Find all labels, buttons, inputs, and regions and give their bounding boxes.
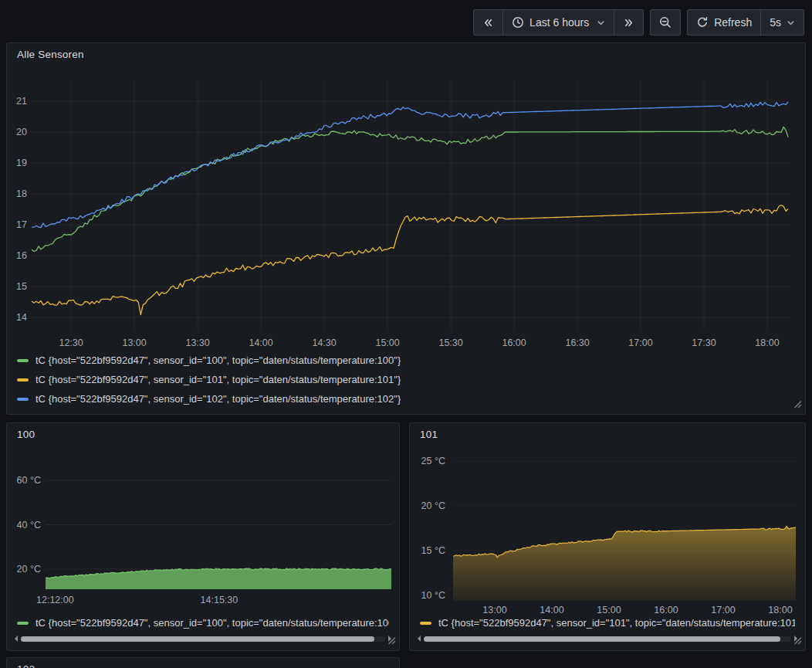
legend-label: tC {host="522bf9592d47", sensor_id="101"… (438, 617, 795, 629)
scrollbar-track[interactable] (21, 636, 385, 642)
chart-legend: tC {host="522bf9592d47", sensor_id="101"… (420, 617, 795, 629)
scrollbar-thumb[interactable] (21, 636, 374, 642)
legend-label: tC {host="522bf9592d47", sensor_id="101"… (36, 374, 401, 385)
svg-text:16:00: 16:00 (654, 605, 678, 615)
svg-text:10 °C: 10 °C (421, 590, 445, 601)
legend-swatch (17, 378, 29, 381)
svg-text:14:00: 14:00 (540, 605, 563, 615)
legend-label: tC {host="522bf9592d47", sensor_id="100"… (36, 617, 389, 629)
panel-title[interactable]: 101 (420, 429, 438, 440)
svg-text:21: 21 (16, 96, 27, 107)
double-chevron-left-icon (482, 17, 494, 29)
panel-sensor-101: 101 10 °C15 °C20 °C25 °C13:0014:0015:001… (409, 422, 806, 651)
panel-title[interactable]: Alle Sensoren (17, 49, 84, 60)
refresh-interval-value: 5s (770, 16, 781, 29)
svg-text:12:30: 12:30 (59, 337, 83, 348)
legend-swatch (420, 622, 431, 625)
svg-text:40 °C: 40 °C (17, 520, 41, 531)
scrollbar-track[interactable] (424, 636, 791, 642)
refresh-interval-dropdown[interactable]: 5s (760, 10, 804, 35)
legend-item-sensor-102[interactable]: tC {host="522bf9592d47", sensor_id="102"… (17, 393, 401, 405)
legend-item-sensor-101[interactable]: tC {host="522bf9592d47", sensor_id="101"… (17, 374, 401, 385)
svg-text:14:00: 14:00 (249, 337, 272, 348)
magnifier-minus-icon (659, 16, 672, 29)
panel-sensor-102: 102 (6, 657, 400, 668)
svg-text:15: 15 (16, 281, 27, 292)
clock-icon (512, 16, 524, 29)
time-range-label: Last 6 hours (529, 16, 589, 29)
svg-text:13:30: 13:30 (185, 337, 209, 348)
legend-swatch (17, 359, 29, 362)
panel-title[interactable]: 102 (17, 663, 35, 668)
svg-text:20: 20 (16, 127, 27, 137)
zoom-out-button[interactable] (651, 10, 680, 35)
svg-text:14:15:30: 14:15:30 (201, 595, 239, 605)
svg-text:17:30: 17:30 (692, 337, 716, 348)
sensor-101-chart[interactable]: 10 °C15 °C20 °C25 °C13:0014:0015:0016:00… (410, 423, 807, 618)
svg-text:12:12:00: 12:12:00 (36, 595, 74, 605)
panel-resize-handle[interactable] (387, 634, 396, 648)
refresh-label: Refresh (714, 16, 752, 29)
sensor-100-chart[interactable]: 20 °C40 °C60 °C12:12:0014:15:30 (7, 423, 401, 612)
svg-text:18:00: 18:00 (768, 605, 792, 615)
legend-item-sensor-100[interactable]: tC {host="522bf9592d47", sensor_id="100"… (17, 354, 401, 366)
legend-item-sensor-100[interactable]: tC {host="522bf9592d47", sensor_id="100"… (17, 617, 389, 629)
legend-item-sensor-101[interactable]: tC {host="522bf9592d47", sensor_id="101"… (420, 617, 795, 629)
svg-text:18: 18 (16, 188, 27, 199)
panel-alle-sensoren: Alle Sensoren 141516171819202112:3013:00… (6, 42, 806, 415)
svg-text:60 °C: 60 °C (17, 475, 41, 486)
zoom-out-group (650, 9, 681, 36)
double-chevron-right-icon (623, 17, 634, 29)
panel-resize-handle[interactable] (793, 398, 802, 412)
svg-text:16:30: 16:30 (565, 337, 589, 348)
horizontal-scrollbar (15, 635, 391, 643)
legend-swatch (17, 398, 29, 401)
panel-resize-handle[interactable] (793, 634, 802, 648)
legend-label: tC {host="522bf9592d47", sensor_id="102"… (36, 393, 401, 405)
svg-text:17:00: 17:00 (628, 337, 652, 348)
refresh-icon (696, 16, 709, 29)
refresh-button[interactable]: Refresh (688, 10, 760, 35)
svg-text:16:00: 16:00 (502, 337, 526, 348)
scroll-left-arrow[interactable] (15, 636, 18, 642)
svg-text:14:30: 14:30 (312, 337, 336, 348)
time-range-group: Last 6 hours (473, 9, 644, 36)
svg-text:15 °C: 15 °C (421, 545, 445, 556)
chevron-down-icon (597, 19, 605, 27)
svg-text:17: 17 (16, 219, 27, 230)
chevron-down-icon (787, 19, 795, 27)
svg-text:19: 19 (16, 158, 27, 168)
chart-legend: tC {host="522bf9592d47", sensor_id="100"… (17, 617, 389, 629)
svg-text:15:30: 15:30 (438, 337, 462, 348)
time-controls-toolbar: Last 6 hours Refresh 5s (473, 9, 804, 36)
svg-text:18:00: 18:00 (755, 337, 779, 348)
time-shift-back-button[interactable] (474, 10, 502, 35)
svg-text:17:00: 17:00 (711, 605, 735, 615)
legend-swatch (17, 622, 29, 625)
time-shift-forward-button[interactable] (614, 10, 643, 35)
panel-sensor-100: 100 20 °C40 °C60 °C12:12:0014:15:30 tC {… (6, 422, 400, 651)
svg-text:13:00: 13:00 (482, 605, 506, 615)
svg-text:14: 14 (16, 312, 27, 323)
svg-text:20 °C: 20 °C (17, 564, 41, 575)
svg-text:25 °C: 25 °C (421, 456, 445, 466)
all-sensors-chart[interactable]: 141516171819202112:3013:0013:3014:0014:3… (7, 43, 807, 351)
scroll-left-arrow[interactable] (418, 636, 421, 642)
time-range-picker[interactable]: Last 6 hours (502, 10, 614, 35)
svg-text:15:00: 15:00 (597, 605, 621, 615)
svg-text:20 °C: 20 °C (421, 500, 445, 511)
refresh-group: Refresh 5s (687, 9, 804, 36)
legend-label: tC {host="522bf9592d47", sensor_id="100"… (36, 354, 401, 366)
svg-text:16: 16 (16, 250, 27, 261)
panel-title[interactable]: 100 (17, 429, 35, 440)
svg-text:13:00: 13:00 (122, 337, 146, 348)
svg-text:15:00: 15:00 (375, 337, 399, 348)
horizontal-scrollbar (418, 635, 797, 643)
scrollbar-thumb[interactable] (424, 636, 780, 642)
chart-legend: tC {host="522bf9592d47", sensor_id="100"… (17, 354, 401, 405)
